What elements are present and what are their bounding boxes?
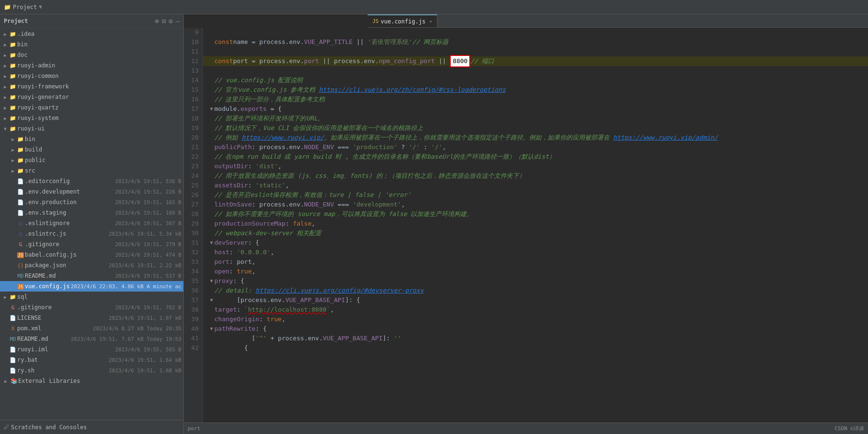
- tree-arrow: ▶: [2, 42, 9, 47]
- sidebar-item-ruoyi-system[interactable]: ▶ 📁 ruoyi-system: [0, 113, 183, 123]
- sidebar-item-env-production[interactable]: 📄 .env.production 2023/4/6 19:51, 165 B: [0, 197, 183, 207]
- fold-gutter-35[interactable]: ▼: [209, 276, 214, 286]
- code-line-18[interactable]: ▼ // 部署生产环境和开发环境下的URL。: [203, 114, 868, 123]
- code-line-38[interactable]: ▼ target: `http://localhost:8080`,: [203, 305, 868, 315]
- code-line-28[interactable]: ▼ // 如果你不需要生产环境的 source map，可以将其设置为 fals…: [203, 209, 868, 219]
- sidebar-item-src[interactable]: ▶ 📁 src: [0, 165, 183, 176]
- code-line-35[interactable]: ▼ proxy: {: [203, 276, 868, 286]
- tree-name-gitignore-root: .gitignore: [17, 304, 115, 311]
- code-line-20[interactable]: ▼ // 例如 https://www.ruoyi.vip/。如果应用被部署在一…: [203, 133, 868, 142]
- fold-gutter-40[interactable]: ▼: [209, 324, 214, 334]
- code-line-12[interactable]: ▼const port = process.env.port || proces…: [203, 56, 868, 66]
- code-line-15[interactable]: ▼// 官方vue.config.js 参考文档 https://cli.vue…: [203, 85, 868, 95]
- add-content-icon[interactable]: ⊕: [155, 17, 159, 25]
- title-bar-dropdown[interactable]: ▼: [39, 4, 42, 10]
- code-line-24[interactable]: ▼ // 用于放置生成的静态资源 (js、css、img、fonts) 的；（项…: [203, 171, 868, 181]
- sidebar-item-public[interactable]: ▶ 📁 public: [0, 155, 183, 165]
- fold-gutter-17[interactable]: ▼: [209, 104, 214, 114]
- sidebar-item-ruoyi-framework[interactable]: ▶ 📁 ruoyi-framework: [0, 81, 183, 92]
- tree-name-ruoyi-iml: ruoyi.iml: [17, 346, 115, 353]
- fold-gutter-27: ▼: [209, 200, 214, 209]
- sidebar-item-eslintrc[interactable]: ○ .eslintrc.js 2023/4/6 19:51, 5.34 kB: [0, 228, 183, 239]
- code-line-16[interactable]: ▼// 这里只列一部分，具体配置参考文档: [203, 95, 868, 104]
- title-bar-title: Project: [13, 4, 37, 11]
- scratches-and-consoles[interactable]: 🖊 Scratches and Consoles: [0, 420, 183, 434]
- code-editor[interactable]: ▼▼const name = process.env.VUE_APP_TITLE…: [203, 28, 868, 423]
- sidebar-item-env-development[interactable]: 📄 .env.development 2023/4/6 19:51, 226 B: [0, 186, 183, 197]
- tree-name-editorconfig: .editorconfig: [25, 178, 115, 184]
- tree-icon-ruoyi-quartz: 📁: [9, 105, 17, 111]
- sidebar-item-env-staging[interactable]: 📄 .env.staging 2023/4/6 19:51, 188 B: [0, 207, 183, 218]
- tree-icon-ruoyi-generator: 📁: [9, 94, 17, 100]
- settings-icon[interactable]: ⚙: [169, 17, 172, 25]
- sidebar-item-eslintignore[interactable]: ○ .eslintignore 2023/4/6 19:51, 307 B: [0, 218, 183, 228]
- code-line-9[interactable]: ▼: [203, 28, 868, 37]
- code-line-10[interactable]: ▼const name = process.env.VUE_APP_TITLE …: [203, 37, 868, 47]
- collapse-icon[interactable]: ⊟: [162, 17, 166, 25]
- minimize-icon[interactable]: —: [176, 17, 180, 25]
- code-line-31[interactable]: ▼ devServer: {: [203, 238, 868, 248]
- line-number-9: 9: [188, 28, 199, 37]
- code-line-36[interactable]: ▼ // detail: https://cli.vuejs.org/confi…: [203, 286, 868, 295]
- code-line-34[interactable]: ▼ open: true,: [203, 267, 868, 276]
- fold-gutter-31[interactable]: ▼: [209, 238, 214, 248]
- sidebar-item-editorconfig[interactable]: 📄 .editorconfig 2023/4/6 19:51, 536 B: [0, 176, 183, 186]
- code-line-29[interactable]: ▼ productionSourceMap: false,: [203, 219, 868, 228]
- sidebar-item-license[interactable]: 📄 LICENSE 2023/4/6 19:51, 1.07 kB: [0, 313, 183, 323]
- sidebar-item-bin-root[interactable]: ▶ 📁 bin: [0, 39, 183, 50]
- sidebar-item-idea[interactable]: ▶ 📁 .idea: [0, 29, 183, 39]
- code-line-41[interactable]: ▼ ['^' + process.env.VUE_APP_BASE_API]: …: [203, 334, 868, 343]
- code-line-40[interactable]: ▼ pathRewrite: {: [203, 324, 868, 334]
- sidebar-item-doc[interactable]: ▶ 📁 doc: [0, 50, 183, 60]
- sidebar-item-ruoyi-admin[interactable]: ▶ 📁 ruoyi-admin: [0, 60, 183, 71]
- tab-close-button[interactable]: ✕: [429, 19, 432, 24]
- sidebar-item-ry-bat[interactable]: 📄 ry.bat 2023/4/6 19:51, 1.64 kB: [0, 355, 183, 365]
- sidebar-item-ruoyi-quartz[interactable]: ▶ 📁 ruoyi-quartz: [0, 102, 183, 113]
- sidebar-item-bin-ui[interactable]: ▶ 📁 bin: [0, 134, 183, 144]
- sidebar-item-ruoyi-common[interactable]: ▶ 📁 ruoyi-common: [0, 71, 183, 81]
- line-number-21: 21: [188, 142, 199, 152]
- sidebar-item-babel[interactable]: JS babel.config.js 2023/4/6 19:51, 474 B: [0, 250, 183, 260]
- code-line-27[interactable]: ▼ lintOnSave: process.env.NODE_ENV === '…: [203, 200, 868, 209]
- fold-gutter-22: ▼: [209, 152, 214, 162]
- sidebar-item-ruoyi-iml[interactable]: 📄 ruoyi.iml 2023/4/6 19:55, 585 B: [0, 344, 183, 355]
- code-line-23[interactable]: ▼ outputDir: 'dist',: [203, 162, 868, 171]
- code-line-17[interactable]: ▼module.exports = {: [203, 104, 868, 114]
- code-line-39[interactable]: ▼ changeOrigin: true,: [203, 315, 868, 324]
- sidebar-item-sql[interactable]: ▶ 📁 sql: [0, 292, 183, 302]
- sidebar-item-ry-sh[interactable]: 📄 ry.sh 2023/4/6 19:51, 1.68 kB: [0, 365, 183, 376]
- tree-icon-gitignore-ui: G: [16, 241, 25, 248]
- fold-gutter-37[interactable]: ▼: [209, 295, 214, 305]
- sidebar-item-vue-config[interactable]: JS vue.config.js 2023/4/6 22:03, 4.86 kB…: [0, 281, 183, 292]
- sidebar-item-build[interactable]: ▶ 📁 build: [0, 144, 183, 155]
- sidebar-item-ruoyi-ui[interactable]: ▼ 📁 ruoyi-ui: [0, 123, 183, 134]
- code-line-30[interactable]: ▼ // webpack-dev-server 相关配置: [203, 228, 868, 238]
- sidebar-item-pom[interactable]: X pom.xml 2023/4/6 8.27 kB Today 20:35: [0, 323, 183, 334]
- code-line-21[interactable]: ▼ publicPath: process.env.NODE_ENV === '…: [203, 142, 868, 152]
- sidebar-item-gitignore-root[interactable]: G .gitignore 2023/4/6 19:51, 702 B: [0, 302, 183, 313]
- code-line-37[interactable]: ▼ [process.env.VUE_APP_BASE_API]: {: [203, 295, 868, 305]
- tree-name-ruoyi-framework: ruoyi-framework: [17, 83, 183, 90]
- external-libraries-item[interactable]: ▶ 📚 External Libraries: [0, 376, 183, 386]
- sidebar-item-ruoyi-generator[interactable]: ▶ 📁 ruoyi-generator: [0, 92, 183, 102]
- code-line-42[interactable]: ▼ {: [203, 343, 868, 353]
- sidebar-item-readme-ui[interactable]: MD README.md 2023/4/6 19:51, 537 B: [0, 271, 183, 281]
- tree-arrow: ▶: [2, 63, 9, 68]
- file-date-packagejson: 2023/4/6 19:51, 2.22 kB: [109, 262, 183, 269]
- code-line-13[interactable]: ▼: [203, 66, 868, 76]
- code-line-25[interactable]: ▼ assetsDir: 'static',: [203, 181, 868, 190]
- code-line-11[interactable]: ▼: [203, 47, 868, 56]
- code-line-14[interactable]: ▼// vue.config.js 配置说明: [203, 76, 868, 85]
- code-line-26[interactable]: ▼ // 是否开启eslint保存检测，有效值：ture | false | '…: [203, 190, 868, 200]
- code-line-19[interactable]: ▼ // 默认情况下，Vue CLI 会假设你的应用是被部署在一个域名的根路径上: [203, 123, 868, 133]
- sidebar-item-gitignore-ui[interactable]: G .gitignore 2023/4/6 19:51, 279 B: [0, 239, 183, 250]
- line-number-36: 36: [188, 286, 199, 295]
- fold-gutter-15: ▼: [209, 85, 214, 95]
- sidebar-item-readme-root[interactable]: MD README.md 2023/4/6 19:51, 7.67 kB Tod…: [0, 334, 183, 344]
- sidebar-icons: ⊕ ⊟ ⚙ —: [155, 17, 180, 25]
- code-line-33[interactable]: ▼ port: port,: [203, 257, 868, 267]
- code-line-22[interactable]: ▼ // 在npm run build 或 yarn build 时 , 生成文…: [203, 152, 868, 162]
- code-line-32[interactable]: ▼ host: '0.0.0.0',: [203, 248, 868, 257]
- tab-vue-config[interactable]: JS vue.config.js ✕: [368, 14, 437, 27]
- sidebar-item-packagejson[interactable]: {} package.json 2023/4/6 19:51, 2.22 kB: [0, 260, 183, 271]
